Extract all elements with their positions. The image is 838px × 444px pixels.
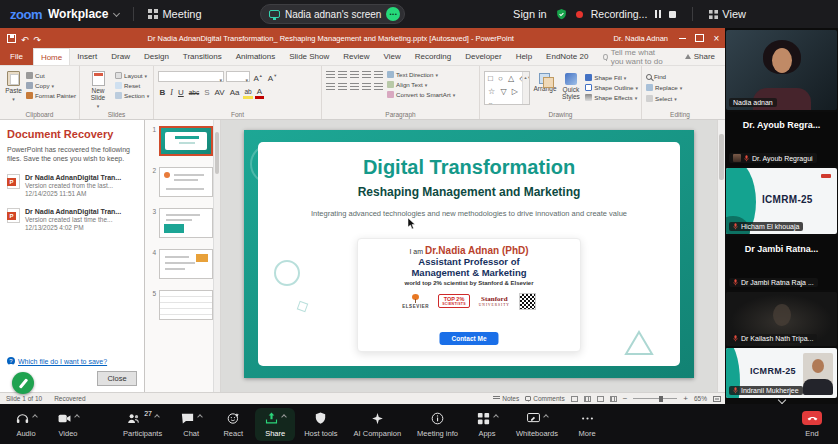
- shape-outline-button[interactable]: Shape Outline: [585, 84, 638, 91]
- slide-thumbnail-3[interactable]: [159, 208, 213, 238]
- tab-recording[interactable]: Recording: [408, 48, 458, 65]
- chevron-up-icon[interactable]: [281, 414, 287, 420]
- tab-home[interactable]: Home: [33, 48, 70, 65]
- tab-developer[interactable]: Developer: [458, 48, 508, 65]
- decrease-font-button[interactable]: A: [266, 71, 278, 83]
- copy-button[interactable]: Copy: [26, 82, 76, 89]
- video-tile-nadia[interactable]: Nadia adnan: [726, 30, 837, 110]
- highlight-color-button[interactable]: ab: [243, 87, 253, 99]
- stop-recording-button[interactable]: [669, 11, 676, 18]
- redo-icon[interactable]: [34, 29, 42, 47]
- zoom-slider[interactable]: [633, 398, 677, 399]
- section-button[interactable]: Section: [115, 92, 149, 99]
- contact-me-button[interactable]: Contact Me: [439, 332, 498, 345]
- video-tile-ayoub[interactable]: Dr. Ayoub Regra... Dr. Ayoub Regragui: [726, 112, 837, 166]
- change-case-button[interactable]: Aa: [228, 88, 241, 97]
- align-text-button[interactable]: Align Text: [387, 81, 455, 88]
- recovery-help-link[interactable]: ? Which file do I want to save?: [7, 357, 137, 365]
- shapes-gallery-scrollbar[interactable]: ▲▼: [522, 72, 529, 104]
- reading-view-button[interactable]: [597, 396, 604, 402]
- chevron-up-icon[interactable]: [197, 414, 203, 420]
- bold-button[interactable]: B: [158, 88, 167, 97]
- chevron-up-icon[interactable]: [74, 414, 80, 420]
- chevron-up-icon[interactable]: [32, 414, 38, 420]
- columns-icon[interactable]: [374, 83, 383, 91]
- tab-file[interactable]: File: [0, 48, 33, 65]
- slide-thumbnail-4[interactable]: [159, 249, 213, 279]
- font-size-combo[interactable]: [226, 71, 250, 82]
- align-right-icon[interactable]: [350, 83, 359, 91]
- align-center-icon[interactable]: [338, 83, 347, 91]
- tell-me-box[interactable]: Tell me what you want to do: [595, 48, 674, 65]
- increase-indent-icon[interactable]: [362, 71, 371, 79]
- line-spacing-icon[interactable]: [374, 71, 383, 79]
- restore-button[interactable]: [691, 28, 708, 48]
- bullets-icon[interactable]: [326, 71, 335, 79]
- participants-button[interactable]: 27 Participants: [116, 408, 169, 441]
- justify-icon[interactable]: [362, 83, 371, 91]
- slideshow-view-button[interactable]: [610, 396, 617, 402]
- sign-in-button[interactable]: Sign in: [513, 8, 547, 20]
- quick-styles-button[interactable]: Quick Styles: [560, 71, 583, 105]
- tab-view[interactable]: View: [377, 48, 408, 65]
- comments-button[interactable]: Comments: [525, 395, 564, 402]
- zoom-out-button[interactable]: [623, 394, 628, 403]
- whiteboards-button[interactable]: Whiteboards: [509, 408, 565, 441]
- tab-design[interactable]: Design: [137, 48, 176, 65]
- chevron-up-icon[interactable]: [493, 414, 499, 420]
- view-button[interactable]: View: [709, 8, 746, 20]
- zoom-slider-thumb[interactable]: [659, 396, 663, 402]
- notes-button[interactable]: Notes: [493, 395, 519, 402]
- thumbnail-scrollbar[interactable]: [213, 120, 220, 392]
- video-tile-jambi[interactable]: Dr Jambi Ratna... Dr Jambi Ratna Raja ..…: [726, 236, 837, 290]
- align-left-icon[interactable]: [326, 83, 335, 91]
- video-button[interactable]: Video: [48, 408, 88, 441]
- zoom-percentage[interactable]: 65%: [694, 395, 707, 402]
- find-button[interactable]: Find: [646, 73, 715, 80]
- chat-button[interactable]: Chat: [171, 408, 211, 441]
- tab-endnote[interactable]: EndNote 20: [539, 48, 595, 65]
- underline-button[interactable]: U: [176, 88, 185, 97]
- host-tools-button[interactable]: Host tools: [297, 408, 344, 441]
- ai-companion-button[interactable]: AI Companion: [347, 408, 409, 441]
- slide-thumbnail-1[interactable]: [159, 126, 213, 156]
- share-options-icon[interactable]: [386, 7, 400, 21]
- tab-transitions[interactable]: Transitions: [176, 48, 229, 65]
- arrange-button[interactable]: Arrange: [533, 71, 556, 105]
- video-tile-indranil[interactable]: ICMRM-25 Indranil Mukherjee: [726, 348, 837, 398]
- minimize-button[interactable]: [674, 28, 691, 48]
- slide-sorter-view-button[interactable]: [584, 396, 591, 402]
- video-tile-hicham[interactable]: ICMRM-25 Hicham El khouaja: [726, 168, 837, 234]
- tab-help[interactable]: Help: [509, 48, 539, 65]
- chevron-up-icon[interactable]: [154, 414, 160, 420]
- security-shield-icon[interactable]: [555, 8, 568, 21]
- format-painter-button[interactable]: Format Painter: [26, 92, 76, 99]
- increase-font-button[interactable]: A: [252, 71, 264, 83]
- text-shadow-button[interactable]: S: [203, 88, 211, 97]
- slide-thumbnail-5[interactable]: [159, 290, 213, 320]
- tab-animations[interactable]: Animations: [229, 48, 283, 65]
- share-button[interactable]: Share: [255, 408, 295, 441]
- tab-insert[interactable]: Insert: [70, 48, 104, 65]
- close-button[interactable]: ×: [708, 28, 725, 48]
- shared-screen-pill[interactable]: Nadia adnan's screen: [260, 4, 405, 24]
- more-button[interactable]: More: [567, 408, 607, 441]
- shape-effects-button[interactable]: Shape Effects: [585, 94, 638, 101]
- slide-scrollbar[interactable]: [717, 120, 725, 392]
- slide-thumbnail-2[interactable]: [159, 167, 213, 197]
- layout-button[interactable]: Layout: [115, 72, 149, 79]
- floating-green-badge[interactable]: [12, 372, 34, 394]
- select-button[interactable]: Select: [646, 95, 715, 102]
- recovered-file-item[interactable]: Dr Nadia AdnanDigital Tran... Version cr…: [7, 174, 137, 197]
- chevron-up-icon[interactable]: [543, 414, 549, 420]
- shape-fill-button[interactable]: Shape Fill: [585, 74, 638, 81]
- numbering-icon[interactable]: [338, 71, 347, 79]
- chevron-down-icon[interactable]: [113, 9, 120, 16]
- meeting-info-button[interactable]: Meeting info: [410, 408, 465, 441]
- decrease-indent-icon[interactable]: [350, 71, 359, 79]
- tab-review[interactable]: Review: [336, 48, 376, 65]
- text-direction-button[interactable]: Text Direction: [387, 71, 455, 78]
- shapes-gallery[interactable]: ▲▼: [484, 71, 530, 105]
- undo-icon[interactable]: [21, 29, 29, 47]
- zoom-in-button[interactable]: [683, 394, 688, 403]
